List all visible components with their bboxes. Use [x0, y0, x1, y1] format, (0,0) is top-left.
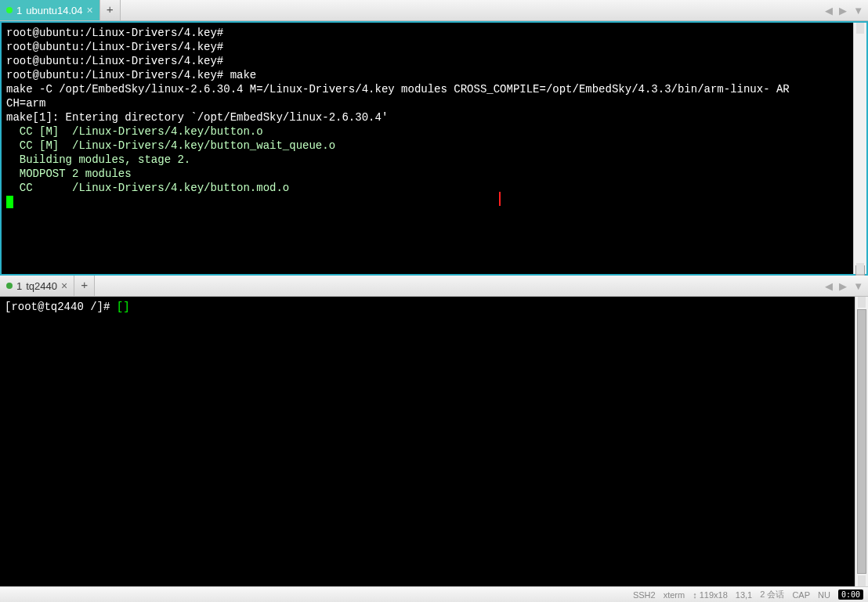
- plus-icon: +: [107, 4, 114, 17]
- tab-nav-bottom: ◀ ▶ ▼: [823, 276, 865, 296]
- tab-title: ubuntu14.04: [26, 5, 82, 16]
- status-sessions: 2 会话: [760, 589, 784, 600]
- tab-index: 1: [16, 280, 22, 292]
- next-tab-icon[interactable]: ▶: [837, 5, 848, 16]
- status-ssh: SSH2: [633, 590, 656, 600]
- tab-index: 1: [16, 5, 22, 16]
- scrollbar-bottom[interactable]: [855, 297, 868, 586]
- add-tab-button[interactable]: +: [100, 0, 121, 20]
- text-cursor-icon: [499, 192, 501, 206]
- terminal-bottom[interactable]: [root@tq2440 /]# []: [0, 297, 855, 586]
- terminal-wrap-bottom: [root@tq2440 /]# []: [0, 297, 868, 586]
- prev-tab-icon[interactable]: ◀: [823, 5, 834, 16]
- resize-icon: ↕: [693, 590, 697, 600]
- status-dot-icon: [6, 7, 13, 13]
- clock: 0:00: [838, 589, 863, 600]
- scrollbar-top[interactable]: [853, 23, 866, 274]
- status-dot-icon: [6, 283, 13, 289]
- next-tab-icon[interactable]: ▶: [837, 280, 848, 292]
- tab-ubuntu[interactable]: 1 ubuntu14.04 ×: [0, 0, 100, 20]
- scroll-thumb[interactable]: [855, 265, 865, 276]
- tab-tq2440[interactable]: 1 tq2440 ×: [0, 276, 74, 296]
- tab-menu-icon[interactable]: ▼: [852, 5, 865, 16]
- tab-menu-icon[interactable]: ▼: [852, 280, 865, 292]
- status-num: NU: [818, 590, 830, 600]
- plus-icon: +: [81, 279, 88, 293]
- pane-tq2440: 1 tq2440 × + ◀ ▶ ▼ [root@tq2440 /]# [] S…: [0, 276, 868, 602]
- status-term: xterm: [664, 590, 685, 600]
- prev-tab-icon[interactable]: ◀: [823, 280, 834, 292]
- status-bar: SSH2 xterm ↕119x18 13,1 2 会话 CAP NU 0:00: [0, 586, 868, 602]
- close-icon[interactable]: ×: [61, 279, 67, 292]
- tab-title: tq2440: [26, 280, 57, 292]
- tab-bar-bottom: 1 tq2440 × + ◀ ▶ ▼: [0, 276, 868, 297]
- status-size: ↕119x18: [693, 590, 728, 600]
- tab-bar-top: 1 ubuntu14.04 × + ◀ ▶ ▼: [0, 0, 868, 21]
- status-caps: CAP: [792, 590, 810, 600]
- pane-ubuntu: 1 ubuntu14.04 × + ◀ ▶ ▼ root@ubuntu:/Lin…: [0, 0, 868, 276]
- status-duration: 13,1: [736, 590, 752, 600]
- terminal-top[interactable]: root@ubuntu:/Linux-Drivers/4.key# root@u…: [2, 23, 853, 274]
- scroll-thumb[interactable]: [857, 309, 866, 574]
- add-tab-button[interactable]: +: [74, 276, 95, 296]
- close-icon[interactable]: ×: [87, 4, 93, 16]
- terminal-wrap-top: root@ubuntu:/Linux-Drivers/4.key# root@u…: [0, 21, 868, 276]
- tab-nav-top: ◀ ▶ ▼: [823, 0, 865, 20]
